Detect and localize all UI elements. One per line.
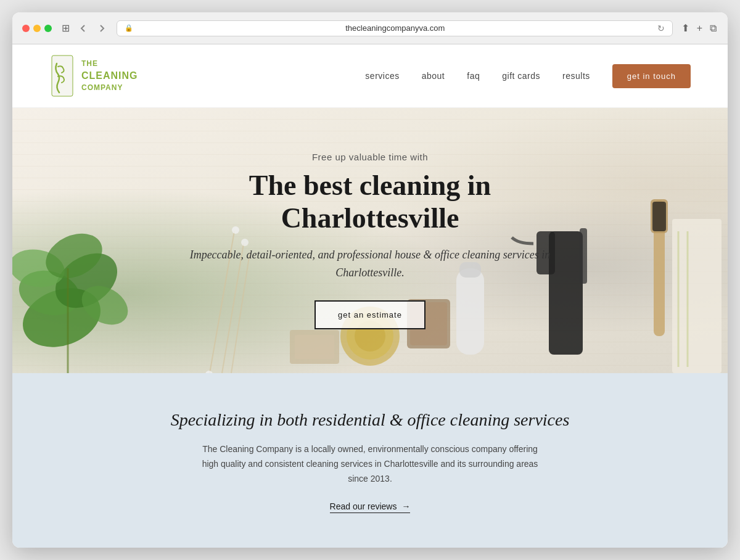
svg-rect-0 bbox=[52, 56, 73, 96]
security-icon: 🔒 bbox=[125, 24, 133, 32]
browser-window: ⊞ 🔒 thecleaningcompanyva.com ↻ ⬆ + ⧉ bbox=[12, 12, 728, 548]
address-bar[interactable]: 🔒 thecleaningcompanyva.com ↻ bbox=[117, 20, 673, 36]
tabs-button[interactable]: ⧉ bbox=[709, 22, 718, 35]
browser-actions: ⬆ + ⧉ bbox=[680, 21, 718, 35]
url-text: thecleaningcompanyva.com bbox=[137, 23, 654, 33]
reviews-link[interactable]: Read our reviews → bbox=[330, 501, 411, 513]
new-tab-button[interactable]: + bbox=[696, 22, 704, 35]
site-header: THE CLEANING COMPANY services about faq … bbox=[12, 44, 728, 108]
traffic-lights bbox=[22, 25, 52, 32]
reviews-arrow-icon: → bbox=[401, 501, 410, 511]
maximize-button[interactable] bbox=[44, 25, 52, 32]
main-nav: services about faq gift cards results ge… bbox=[365, 64, 691, 88]
forward-button[interactable] bbox=[94, 22, 109, 35]
about-section: Specializing in both residential & offic… bbox=[12, 373, 728, 548]
hero-eyebrow: Free up valuable time with bbox=[179, 152, 561, 162]
close-button[interactable] bbox=[22, 25, 30, 32]
hero-cta-button[interactable]: get an estimate bbox=[314, 300, 426, 329]
sidebar-toggle[interactable]: ⊞ bbox=[59, 21, 72, 35]
nav-faq[interactable]: faq bbox=[467, 71, 480, 81]
website-content: THE CLEANING COMPANY services about faq … bbox=[12, 44, 728, 548]
hero-title: The best cleaning in Charlottesville bbox=[179, 170, 561, 235]
nav-services[interactable]: services bbox=[365, 71, 399, 81]
nav-results[interactable]: results bbox=[562, 71, 590, 81]
nav-cta-button[interactable]: get in touch bbox=[612, 64, 691, 88]
share-button[interactable]: ⬆ bbox=[680, 21, 691, 35]
reviews-link-text: Read our reviews bbox=[330, 501, 397, 511]
nav-about[interactable]: about bbox=[422, 71, 445, 81]
browser-controls: ⊞ bbox=[59, 21, 109, 35]
hero-section: Free up valuable time with The best clea… bbox=[12, 108, 728, 373]
browser-chrome: ⊞ 🔒 thecleaningcompanyva.com ↻ ⬆ + ⧉ bbox=[12, 12, 728, 44]
logo-icon bbox=[49, 54, 75, 97]
logo-link[interactable]: THE CLEANING COMPANY bbox=[49, 54, 138, 97]
about-body: The Cleaning Company is a locally owned,… bbox=[197, 442, 543, 486]
back-button[interactable] bbox=[76, 22, 91, 35]
about-title: Specializing in both residential & offic… bbox=[37, 410, 703, 430]
minimize-button[interactable] bbox=[33, 25, 41, 32]
hero-description: Impeccable, detail-oriented, and profess… bbox=[179, 246, 561, 282]
reload-button[interactable]: ↻ bbox=[657, 23, 665, 33]
logo-text: THE CLEANING COMPANY bbox=[81, 59, 138, 93]
nav-gift-cards[interactable]: gift cards bbox=[502, 71, 540, 81]
hero-content: Free up valuable time with The best clea… bbox=[166, 139, 574, 341]
